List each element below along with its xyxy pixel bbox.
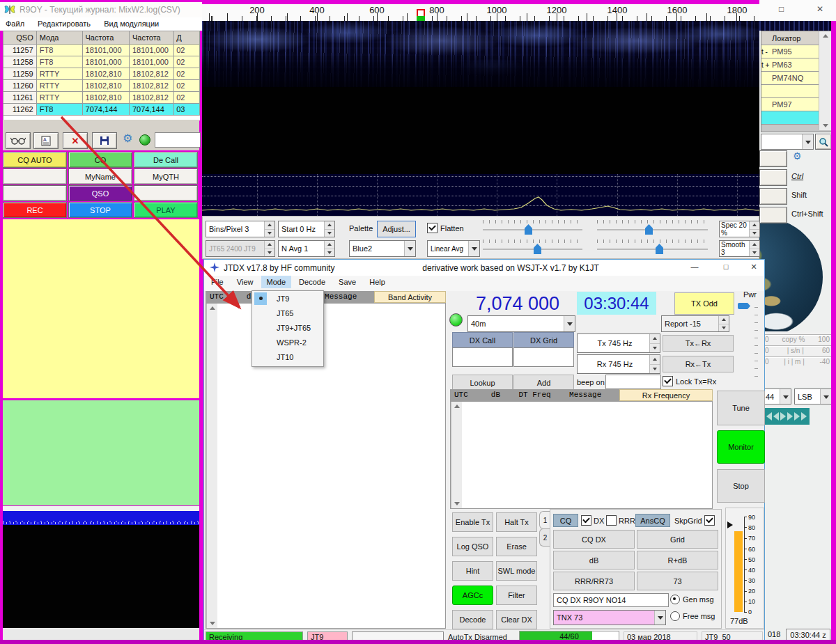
locator-header[interactable]: Локатор	[770, 31, 821, 45]
close-button[interactable]: ✕	[742, 260, 766, 275]
msg-cq-dx-button[interactable]: CQ DX	[553, 530, 635, 549]
skpgrid-checkbox[interactable]: SkpGrid	[674, 515, 715, 526]
free-msg-radio[interactable]: Free msg	[670, 611, 715, 621]
msg-rdb-button[interactable]: R+dB	[637, 551, 718, 570]
swl-mode-button[interactable]: SWL mode	[496, 561, 537, 581]
macro-de-call[interactable]: De Call	[134, 152, 198, 168]
chevron-down-icon[interactable]	[564, 316, 575, 331]
locator-cell-selected[interactable]	[770, 111, 821, 125]
save-button[interactable]	[92, 132, 117, 149]
menu-mode[interactable]: Mode	[261, 276, 292, 288]
log-row-selected[interactable]: 11262 FT8 7074,144 7074,144 03	[3, 104, 200, 116]
log-row[interactable]: 11259 RTTY 18102,810 18102,812 02	[3, 68, 200, 80]
checkbox-icon[interactable]	[427, 223, 438, 233]
macro-blank[interactable]	[3, 185, 67, 201]
macro-play[interactable]: PLAY	[134, 202, 198, 218]
tx-from-rx-button[interactable]: Tx←Rx	[663, 335, 734, 352]
macro-button-stub[interactable]	[759, 207, 787, 223]
start-hz-spinner[interactable]: Start 0 Hz	[278, 221, 335, 237]
delete-button[interactable]: ✕	[63, 132, 88, 149]
log-header-qso[interactable]: QSO	[3, 31, 37, 45]
macro-myname[interactable]: MyName	[68, 168, 132, 184]
free-msg-combo[interactable]: TNX 73	[553, 610, 666, 625]
chevron-down-icon[interactable]	[820, 389, 831, 404]
jt65-spinner[interactable]: JT65 2400 JT9	[206, 240, 275, 257]
mode-menu-item-jt65[interactable]: JT65	[252, 306, 323, 320]
macro-stop[interactable]: STOP	[68, 202, 132, 218]
gen-msg-input[interactable]: CQ DX R9OY NO14	[553, 593, 669, 607]
log-row[interactable]: 11260 RTTY 18102,810 18102,812 02	[3, 80, 200, 92]
mode-menu-item-jt10[interactable]: JT10	[252, 350, 323, 364]
forward-icon[interactable]	[787, 412, 793, 421]
macro-blank[interactable]	[3, 168, 67, 184]
toolbar-input[interactable]	[155, 132, 201, 148]
agcc-button[interactable]: AGCc	[452, 586, 493, 605]
slider-handle[interactable]	[656, 244, 663, 254]
rx-from-tx-button[interactable]: Rx←Tx	[663, 356, 734, 372]
log-row[interactable]: 11261 RTTY 18102,810 18102,812 02	[3, 92, 200, 104]
dx-checkbox[interactable]: DX	[581, 515, 604, 526]
tx-odd-button[interactable]: TX Odd	[674, 292, 734, 315]
avg-mode-combo[interactable]: Linear Avg	[427, 240, 480, 257]
maximize-icon[interactable]: □	[779, 4, 784, 14]
gear-icon[interactable]: ⚙	[123, 132, 132, 145]
palette-combo[interactable]: Blue2	[349, 240, 416, 257]
chevron-down-icon[interactable]	[780, 389, 791, 404]
macro-button-stub[interactable]	[759, 188, 787, 205]
rx-frequency-list[interactable]	[450, 401, 713, 509]
band-activity-scrollbar[interactable]	[206, 304, 217, 628]
halt-tx-button[interactable]: Halt Tx	[496, 512, 537, 532]
tab-band-activity[interactable]: Band Activity	[374, 291, 446, 303]
lock-txrx-checkbox[interactable]: Lock Tx=Rx	[663, 376, 716, 386]
rrr-checkbox[interactable]: RRR	[606, 515, 635, 526]
macro-rec[interactable]: REC	[3, 202, 67, 218]
chevron-down-icon[interactable]	[468, 241, 479, 256]
rewind-icon[interactable]	[773, 412, 779, 421]
radio-icon[interactable]	[670, 595, 680, 604]
menu-file[interactable]: File	[206, 276, 229, 288]
chevron-down-icon[interactable]	[654, 611, 665, 625]
menu-modulation[interactable]: Вид модуляции	[98, 17, 164, 30]
menu-edit[interactable]: Редактировать	[32, 17, 96, 30]
cq-toggle[interactable]: CQ	[553, 514, 578, 527]
pwr-slider-handle[interactable]	[738, 303, 750, 309]
jtdx-titlebar[interactable]: JTDX v17.8 by HF community derivative wo…	[204, 260, 764, 276]
gain-slider-2[interactable]	[597, 220, 708, 237]
macro-myqth[interactable]: MyQTH	[134, 168, 198, 184]
msg-grid-button[interactable]: Grid	[637, 530, 718, 549]
rx-text-panel[interactable]	[3, 219, 199, 398]
sideband-combo[interactable]: LSB	[794, 388, 832, 405]
forward-icon[interactable]	[801, 412, 807, 421]
log-row[interactable]: 11258 FT8 18101,000 18101,000 02	[3, 56, 200, 68]
lookup-button[interactable]: Lookup	[452, 375, 513, 391]
rewind-icon[interactable]	[766, 412, 772, 421]
add-button[interactable]: Add	[513, 375, 574, 391]
smooth-spinner[interactable]: Smooth 3	[719, 240, 760, 257]
chevron-down-icon[interactable]	[404, 241, 415, 256]
locator-scrollbar[interactable]	[819, 31, 831, 130]
search-button[interactable]	[815, 134, 832, 150]
decode-button[interactable]: Decode	[452, 610, 493, 629]
log-header-mode[interactable]: Мода	[37, 31, 83, 45]
navg-spinner[interactable]: N Avg 1	[278, 240, 335, 257]
spectrum-graph[interactable]	[202, 174, 759, 216]
checkbox-icon[interactable]	[606, 515, 617, 526]
waterfall-display[interactable]	[202, 21, 759, 87]
checkbox-icon[interactable]	[581, 515, 591, 526]
slider-handle[interactable]	[645, 224, 653, 235]
locator-cell[interactable]: PM63	[770, 58, 821, 72]
tx-text-panel[interactable]	[3, 400, 199, 505]
anscq-toggle[interactable]: AnsCQ	[635, 514, 670, 527]
transport-arrows[interactable]	[764, 408, 810, 425]
macro-blank[interactable]	[134, 185, 198, 201]
checkbox-icon[interactable]	[663, 376, 673, 386]
log-header-freq1[interactable]: Частота	[83, 31, 130, 45]
tab-msg-2[interactable]: 2	[539, 528, 550, 547]
menu-save[interactable]: Save	[333, 276, 362, 288]
pwr-slider[interactable]	[738, 301, 759, 378]
log-qso-button[interactable]: Log QSO	[452, 537, 493, 556]
locator-cell[interactable]: PM95	[770, 45, 821, 58]
msg-rrr73-button[interactable]: RRR/RR73	[553, 572, 635, 590]
chevron-down-icon[interactable]	[802, 134, 813, 149]
msg-db-button[interactable]: dB	[553, 551, 635, 570]
